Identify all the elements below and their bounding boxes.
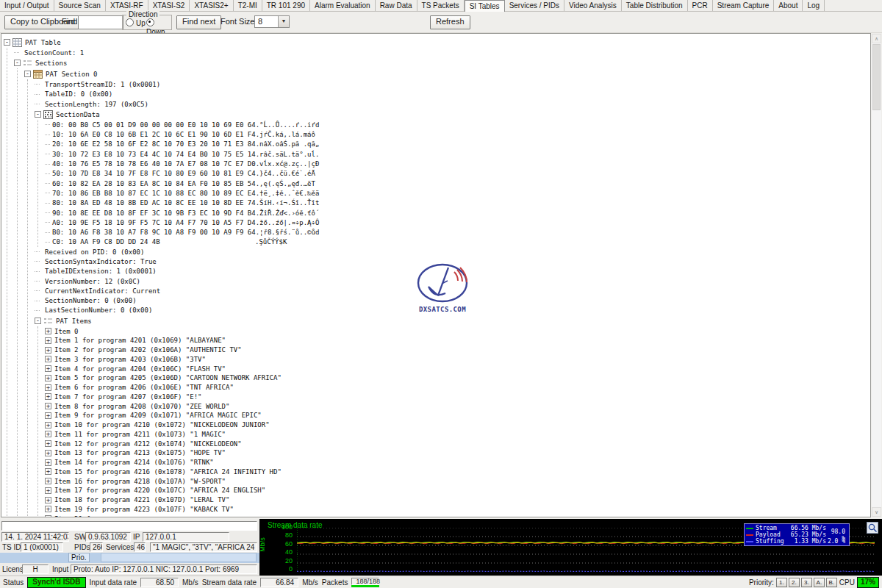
prio-segment[interactable] xyxy=(101,553,257,562)
tab[interactable]: Services / PIDs xyxy=(505,0,564,11)
priority-button[interactable]: 3. xyxy=(801,578,812,587)
pat-item-row[interactable]: + Item 10 for program 4210 (0x1072) "NIC… xyxy=(45,420,870,430)
hex-row[interactable]: 70: 10 86 EB B8 10 87 EC 1C 10 88 EC 80 … xyxy=(45,188,870,198)
tree-leaf[interactable]: TransportStreamID: 1 (0x0001) xyxy=(35,79,870,89)
pat-item-row[interactable]: + Item 4 for program 4204 (0x106C) "FLAS… xyxy=(45,364,870,373)
hex-row[interactable]: 90: 10 8E EE D8 10 8F EF 3C 10 9B F3 EC … xyxy=(45,208,870,218)
tab[interactable]: About xyxy=(774,0,803,11)
expand-icon[interactable]: + xyxy=(45,365,51,372)
tab[interactable]: TS Packets xyxy=(417,0,465,11)
expand-icon[interactable]: + xyxy=(45,393,51,400)
pat-item-row[interactable]: + Item 3 for program 4203 (0x106B) "3TV" xyxy=(45,354,870,364)
font-size-select[interactable]: 8 ▼ xyxy=(254,15,290,28)
expand-icon[interactable]: + xyxy=(45,384,51,391)
tab[interactable]: Alarm Evaluation xyxy=(310,0,376,11)
expand-icon[interactable]: + xyxy=(45,328,51,334)
expand-icon[interactable]: + xyxy=(45,337,51,344)
tree-leaf[interactable]: SectionLength: 197 (0x0C5) xyxy=(35,99,870,109)
hex-row[interactable]: 60: 10 82 EA 28 10 83 EA 8C 10 84 EA F0 … xyxy=(45,179,870,188)
pat-item-row[interactable]: + Item 18 for program 4221 (0x107D) "LER… xyxy=(45,495,870,505)
pat-item-row[interactable]: + Item 19 for program 4223 (0x107F) "KAB… xyxy=(45,504,870,514)
tree-scrollbar[interactable]: ∧ ∨ xyxy=(872,34,881,517)
expand-icon[interactable]: + xyxy=(45,440,51,447)
pat-item-row[interactable]: + Item 2 for program 4202 (0x106A) "AUTH… xyxy=(45,345,870,355)
hex-row[interactable]: 10: 10 6A E0 C8 10 6B E1 2C 10 6C E1 90 … xyxy=(45,129,870,139)
hex-row[interactable]: 40: 10 76 E5 78 10 78 E6 40 10 7A E7 08 … xyxy=(45,159,870,168)
priority-button[interactable]: B. xyxy=(826,578,837,587)
refresh-button[interactable]: Refresh xyxy=(430,15,470,29)
tab[interactable]: TR 101 290 xyxy=(262,0,310,11)
pat-item-row[interactable]: + Item 9 for program 4209 (0x1071) "AFRI… xyxy=(45,411,870,420)
tree-node-sections[interactable]: - Sections xyxy=(14,57,870,68)
collapse-icon[interactable]: - xyxy=(35,111,41,118)
expand-icon[interactable]: + xyxy=(45,506,51,512)
expand-icon[interactable]: + xyxy=(45,412,51,419)
pat-item-row[interactable]: + Item 1 for program 4201 (0x1069) "ALBA… xyxy=(45,336,870,345)
tab[interactable]: PCR xyxy=(688,0,713,11)
tree-node-pat-items[interactable]: - PAT Items xyxy=(35,315,870,326)
tab[interactable]: Input / Output xyxy=(0,0,54,11)
zoom-magnifier-button[interactable] xyxy=(867,522,878,534)
find-next-button[interactable]: Find next xyxy=(176,15,221,29)
tab[interactable]: XTASI-S2 xyxy=(148,0,190,11)
collapse-icon[interactable]: - xyxy=(14,60,21,66)
pat-item-row[interactable]: + Item 0 xyxy=(45,326,870,336)
expand-icon[interactable]: + xyxy=(45,515,51,517)
pat-item-row[interactable]: + Item 12 for program 4212 (0x1074) "NIC… xyxy=(45,439,870,448)
hex-row[interactable]: A0: 10 9E F5 18 10 9F F5 7C 10 A4 F7 70 … xyxy=(45,218,870,227)
tree-leaf-sectioncount[interactable]: SectionCount: 1 xyxy=(14,48,870,57)
pat-item-row[interactable]: + Item 13 for program 4213 (0x1075) "HOP… xyxy=(45,448,870,458)
pat-item-row[interactable]: + Item 7 for program 4207 (0x106F) "E!" xyxy=(45,392,870,401)
services-list-value[interactable]: "1 MAGIC", "3TV", "AFRICA 24 ENGLISH", " xyxy=(150,542,257,552)
tree-node-pat-table[interactable]: - PAT Table xyxy=(4,37,870,48)
priority-button[interactable]: 2. xyxy=(789,578,800,587)
chevron-down-icon[interactable]: ▼ xyxy=(278,16,289,27)
expand-icon[interactable]: + xyxy=(45,459,51,466)
find-input[interactable] xyxy=(78,15,123,29)
hex-row[interactable]: 30: 10 72 E3 E8 10 73 E4 4C 10 74 E4 B0 … xyxy=(45,149,870,159)
pat-item-row[interactable]: + Item 17 for program 4220 (0x107C) "AFR… xyxy=(45,486,870,495)
hex-row[interactable]: 50: 10 7D E8 34 10 7F E8 FC 10 80 E9 60 … xyxy=(45,169,870,179)
direction-up-radio[interactable] xyxy=(126,18,134,26)
tree-leaf[interactable]: TableID: 0 (0x00) xyxy=(35,90,870,99)
collapse-icon[interactable]: - xyxy=(35,318,41,324)
tree-node-pat-section-0[interactable]: - PAT Section 0 xyxy=(24,68,870,79)
pat-item-row[interactable]: + Item 8 for program 4208 (0x1070) "ZEE … xyxy=(45,401,870,411)
priority-button[interactable]: 1. xyxy=(776,578,787,587)
tab[interactable]: Source Scan xyxy=(54,0,106,11)
scroll-down-icon[interactable]: ∨ xyxy=(872,507,881,517)
hex-row[interactable]: 00: 00 B0 C5 00 01 D9 00 00 00 00 E0 10 … xyxy=(45,120,870,129)
expand-icon[interactable]: + xyxy=(45,431,51,437)
expand-icon[interactable]: + xyxy=(45,468,51,475)
tab[interactable]: Video Analysis xyxy=(564,0,622,11)
tab[interactable]: Table Distribution xyxy=(622,0,688,11)
expand-icon[interactable]: + xyxy=(45,497,51,503)
hex-row[interactable]: 20: 10 6E E2 58 10 6F E2 8C 10 70 E3 20 … xyxy=(45,140,870,149)
expand-icon[interactable]: + xyxy=(45,487,51,494)
tab[interactable]: T2-MI xyxy=(234,0,262,11)
pat-item-row[interactable]: + Item 16 for program 4218 (0x107A) "W-S… xyxy=(45,476,870,486)
expand-icon[interactable]: + xyxy=(45,375,51,381)
expand-icon[interactable]: + xyxy=(45,403,51,409)
tab[interactable]: Raw Data xyxy=(376,0,417,11)
hex-row[interactable]: B0: 10 A6 F8 38 10 A7 F8 9C 10 A8 F9 00 … xyxy=(45,227,870,237)
pat-item-row[interactable]: + Item 11 for program 4211 (0x1073) "1 M… xyxy=(45,429,870,439)
tree-leaf[interactable]: Received on PID: 0 (0x00) xyxy=(35,247,870,257)
scrollbar-thumb[interactable] xyxy=(872,44,881,110)
tree-node-sectiondata[interactable]: - SectionData xyxy=(35,109,870,120)
priority-button[interactable]: A. xyxy=(814,578,825,587)
pat-item-row[interactable]: + Item 6 for program 4206 (0x106E) "TNT … xyxy=(45,383,870,392)
expand-icon[interactable]: + xyxy=(45,356,51,362)
pat-item-row[interactable]: + Item 14 for program 4214 (0x1076) "RTN… xyxy=(45,458,870,467)
hex-row[interactable]: C0: 10 AA F9 C8 DD DD 24 4B .ŞůČÝÝ$K xyxy=(45,237,870,247)
expand-icon[interactable]: + xyxy=(45,450,51,456)
scroll-up-icon[interactable]: ∧ xyxy=(872,34,881,43)
tab[interactable]: Log xyxy=(803,0,825,11)
expand-icon[interactable]: + xyxy=(45,347,51,354)
tab[interactable]: XTASI-RF xyxy=(106,0,148,11)
pat-item-row[interactable]: + Item 5 for program 4205 (0x106D) "CART… xyxy=(45,373,870,383)
pat-item-row[interactable]: + Item 15 for program 4216 (0x1078) "AFR… xyxy=(45,467,870,476)
collapse-icon[interactable]: - xyxy=(4,39,10,46)
collapse-icon[interactable]: - xyxy=(24,71,31,77)
pat-item-row[interactable]: + Item 20 for program xyxy=(45,514,870,517)
